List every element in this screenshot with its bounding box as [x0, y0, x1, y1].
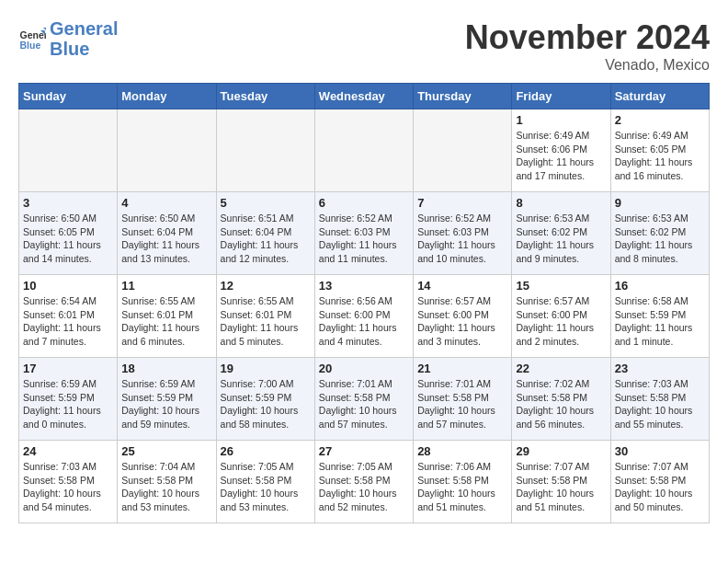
day-number: 20 — [319, 362, 409, 375]
day-info: Sunrise: 6:57 AM Sunset: 6:00 PM Dayligh… — [516, 294, 606, 349]
calendar-cell: 10Sunrise: 6:54 AM Sunset: 6:01 PM Dayli… — [19, 275, 118, 358]
weekday-row: SundayMondayTuesdayWednesdayThursdayFrid… — [19, 84, 710, 109]
calendar-cell: 26Sunrise: 7:05 AM Sunset: 5:58 PM Dayli… — [216, 441, 314, 523]
calendar-week-row: 3Sunrise: 6:50 AM Sunset: 6:05 PM Daylig… — [19, 192, 710, 275]
day-info: Sunrise: 6:59 AM Sunset: 5:59 PM Dayligh… — [23, 377, 113, 431]
svg-text:Blue: Blue — [20, 40, 41, 51]
day-number: 19 — [221, 362, 311, 375]
day-number: 21 — [417, 362, 507, 375]
day-info: Sunrise: 7:01 AM Sunset: 5:58 PM Dayligh… — [319, 377, 409, 431]
weekday-header: Thursday — [414, 84, 512, 109]
day-number: 17 — [23, 362, 113, 375]
day-info: Sunrise: 6:52 AM Sunset: 6:03 PM Dayligh… — [417, 212, 507, 266]
title-block: November 2024 Venado, Mexico — [465, 18, 710, 74]
calendar-cell: 23Sunrise: 7:03 AM Sunset: 5:58 PM Dayli… — [610, 358, 709, 441]
day-info: Sunrise: 7:03 AM Sunset: 5:58 PM Dayligh… — [615, 377, 705, 431]
calendar-cell: 18Sunrise: 6:59 AM Sunset: 5:59 PM Dayli… — [118, 358, 216, 441]
day-number: 9 — [615, 196, 705, 210]
day-info: Sunrise: 6:58 AM Sunset: 5:59 PM Dayligh… — [615, 294, 705, 349]
day-info: Sunrise: 7:05 AM Sunset: 5:58 PM Dayligh… — [319, 460, 409, 514]
day-info: Sunrise: 6:51 AM Sunset: 6:04 PM Dayligh… — [221, 212, 311, 266]
calendar-cell: 8Sunrise: 6:53 AM Sunset: 6:02 PM Daylig… — [512, 192, 610, 275]
calendar-cell: 15Sunrise: 6:57 AM Sunset: 6:00 PM Dayli… — [512, 275, 610, 358]
weekday-header: Tuesday — [216, 84, 314, 109]
day-number: 6 — [319, 196, 409, 210]
calendar-cell: 7Sunrise: 6:52 AM Sunset: 6:03 PM Daylig… — [414, 192, 512, 275]
day-info: Sunrise: 7:07 AM Sunset: 5:58 PM Dayligh… — [516, 460, 606, 514]
day-number: 5 — [221, 196, 311, 210]
page-header: General Blue General Blue November 2024 … — [18, 18, 710, 74]
day-info: Sunrise: 6:53 AM Sunset: 6:02 PM Dayligh… — [516, 212, 606, 266]
day-number: 3 — [23, 196, 113, 210]
day-info: Sunrise: 6:53 AM Sunset: 6:02 PM Dayligh… — [615, 212, 705, 266]
logo: General Blue General Blue — [18, 18, 118, 59]
day-info: Sunrise: 6:55 AM Sunset: 6:01 PM Dayligh… — [221, 294, 311, 349]
weekday-header: Saturday — [610, 84, 709, 109]
day-number: 25 — [121, 444, 211, 458]
calendar-cell: 13Sunrise: 6:56 AM Sunset: 6:00 PM Dayli… — [314, 275, 413, 358]
day-number: 23 — [615, 362, 705, 375]
calendar-cell: 21Sunrise: 7:01 AM Sunset: 5:58 PM Dayli… — [414, 358, 512, 441]
day-number: 11 — [121, 279, 211, 293]
logo-blue: Blue — [50, 39, 89, 59]
day-info: Sunrise: 6:52 AM Sunset: 6:03 PM Dayligh… — [319, 212, 409, 266]
day-number: 18 — [121, 362, 211, 375]
calendar-cell: 9Sunrise: 6:53 AM Sunset: 6:02 PM Daylig… — [610, 192, 709, 275]
calendar-week-row: 10Sunrise: 6:54 AM Sunset: 6:01 PM Dayli… — [19, 275, 710, 358]
calendar-cell: 22Sunrise: 7:02 AM Sunset: 5:58 PM Dayli… — [512, 358, 610, 441]
calendar-cell: 3Sunrise: 6:50 AM Sunset: 6:05 PM Daylig… — [19, 192, 118, 275]
day-info: Sunrise: 7:06 AM Sunset: 5:58 PM Dayligh… — [417, 460, 507, 514]
weekday-header: Friday — [512, 84, 610, 109]
calendar-cell: 29Sunrise: 7:07 AM Sunset: 5:58 PM Dayli… — [512, 441, 610, 523]
day-info: Sunrise: 6:54 AM Sunset: 6:01 PM Dayligh… — [23, 294, 113, 349]
calendar-cell: 19Sunrise: 7:00 AM Sunset: 5:59 PM Dayli… — [216, 358, 314, 441]
calendar-week-row: 17Sunrise: 6:59 AM Sunset: 5:59 PM Dayli… — [19, 358, 710, 441]
calendar-cell: 2Sunrise: 6:49 AM Sunset: 6:05 PM Daylig… — [610, 109, 709, 192]
day-number: 28 — [417, 444, 507, 458]
day-info: Sunrise: 6:49 AM Sunset: 6:05 PM Dayligh… — [615, 129, 705, 183]
calendar-cell: 28Sunrise: 7:06 AM Sunset: 5:58 PM Dayli… — [414, 441, 512, 523]
calendar-cell: 4Sunrise: 6:50 AM Sunset: 6:04 PM Daylig… — [118, 192, 216, 275]
day-number: 4 — [121, 196, 211, 210]
day-info: Sunrise: 6:50 AM Sunset: 6:05 PM Dayligh… — [23, 212, 113, 266]
day-number: 14 — [417, 279, 507, 293]
calendar-body: 1Sunrise: 6:49 AM Sunset: 6:06 PM Daylig… — [19, 109, 710, 523]
day-info: Sunrise: 6:57 AM Sunset: 6:00 PM Dayligh… — [417, 294, 507, 349]
calendar-header: SundayMondayTuesdayWednesdayThursdayFrid… — [19, 84, 710, 109]
day-info: Sunrise: 7:01 AM Sunset: 5:58 PM Dayligh… — [417, 377, 507, 431]
logo-general: General — [50, 18, 118, 39]
day-info: Sunrise: 7:05 AM Sunset: 5:58 PM Dayligh… — [221, 460, 311, 514]
day-info: Sunrise: 6:55 AM Sunset: 6:01 PM Dayligh… — [121, 294, 211, 349]
day-number: 26 — [221, 444, 311, 458]
logo-text: General Blue — [50, 18, 118, 59]
calendar-cell: 12Sunrise: 6:55 AM Sunset: 6:01 PM Dayli… — [216, 275, 314, 358]
weekday-header: Monday — [118, 84, 216, 109]
calendar-cell — [19, 109, 118, 192]
calendar-week-row: 24Sunrise: 7:03 AM Sunset: 5:58 PM Dayli… — [19, 441, 710, 523]
weekday-header: Sunday — [19, 84, 118, 109]
day-info: Sunrise: 6:50 AM Sunset: 6:04 PM Dayligh… — [121, 212, 211, 266]
day-number: 15 — [516, 279, 606, 293]
weekday-header: Wednesday — [314, 84, 413, 109]
calendar-cell: 5Sunrise: 6:51 AM Sunset: 6:04 PM Daylig… — [216, 192, 314, 275]
day-number: 29 — [516, 444, 606, 458]
calendar-cell: 27Sunrise: 7:05 AM Sunset: 5:58 PM Dayli… — [314, 441, 413, 523]
calendar-cell: 25Sunrise: 7:04 AM Sunset: 5:58 PM Dayli… — [118, 441, 216, 523]
calendar-cell — [216, 109, 314, 192]
calendar-cell: 11Sunrise: 6:55 AM Sunset: 6:01 PM Dayli… — [118, 275, 216, 358]
calendar-cell: 30Sunrise: 7:07 AM Sunset: 5:58 PM Dayli… — [610, 441, 709, 523]
calendar-cell — [414, 109, 512, 192]
day-number: 8 — [516, 196, 606, 210]
calendar-cell — [314, 109, 413, 192]
day-info: Sunrise: 6:56 AM Sunset: 6:00 PM Dayligh… — [319, 294, 409, 349]
calendar-cell: 14Sunrise: 6:57 AM Sunset: 6:00 PM Dayli… — [414, 275, 512, 358]
logo-icon: General Blue — [18, 25, 46, 52]
day-number: 16 — [615, 279, 705, 293]
day-number: 7 — [417, 196, 507, 210]
calendar-cell: 6Sunrise: 6:52 AM Sunset: 6:03 PM Daylig… — [314, 192, 413, 275]
day-info: Sunrise: 7:04 AM Sunset: 5:58 PM Dayligh… — [121, 460, 211, 514]
day-info: Sunrise: 7:02 AM Sunset: 5:58 PM Dayligh… — [516, 377, 606, 431]
day-number: 1 — [516, 113, 606, 127]
calendar-cell: 24Sunrise: 7:03 AM Sunset: 5:58 PM Dayli… — [19, 441, 118, 523]
calendar-cell: 16Sunrise: 6:58 AM Sunset: 5:59 PM Dayli… — [610, 275, 709, 358]
